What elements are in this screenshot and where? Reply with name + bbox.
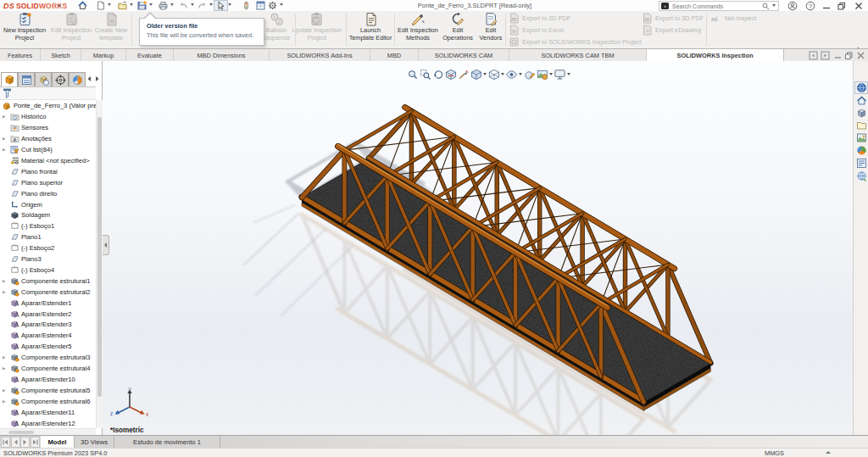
expand-arrow-icon[interactable]: ▶ — [3, 114, 7, 119]
search-caret[interactable] — [771, 4, 776, 8]
panel-tab-dimxpertmanager[interactable] — [52, 72, 69, 87]
minimize-button[interactable] — [821, 1, 832, 10]
hud-view-settings-button[interactable] — [554, 68, 566, 80]
tree-item[interactable]: ▶Componente estrutural6 — [0, 396, 96, 407]
tree-item[interactable]: Ponte_de_Ferro_3 (Valor pre — [0, 101, 96, 112]
ribbon-tab-solidworks-inspection[interactable]: SOLIDWORKS Inspection — [647, 49, 784, 62]
bottom-tab-model[interactable]: Model — [41, 436, 75, 449]
hud-edit-appearance-button[interactable] — [524, 68, 536, 80]
ribbon-tab-mbd-dimensions[interactable]: MBD Dimensions — [174, 49, 270, 62]
ribbon-tab-mbd[interactable]: MBD — [370, 49, 419, 62]
search-input[interactable] — [669, 3, 762, 9]
expand-arrow-icon[interactable]: ▶ — [3, 137, 7, 141]
dropdown-caret-icon[interactable] — [107, 3, 112, 8]
tree-item[interactable]: Soldagem — [0, 210, 96, 221]
ribbon-tab-features[interactable]: Features — [0, 49, 41, 62]
hud-hide-show-items-button[interactable] — [506, 68, 518, 80]
hud-previous-view-button[interactable] — [432, 68, 444, 80]
open-button[interactable] — [118, 1, 127, 10]
wrestore-document-button[interactable] — [844, 51, 854, 60]
user-account-button[interactable] — [787, 1, 798, 10]
tree-item[interactable]: ▶AAnotações — [0, 133, 96, 144]
tree-item[interactable]: ▶Componente estrutural4 — [0, 363, 96, 374]
tree-item[interactable]: Aparar/Estender2 — [0, 309, 96, 320]
ribbon-button-pdf3d[interactable]: 3DExport to 3D PDF — [642, 13, 704, 24]
select-cursor-button[interactable] — [216, 1, 225, 10]
tree-item[interactable]: ▶Componente estrutural1 — [0, 276, 96, 287]
ribbon-button-update-inspection[interactable]: Update InspectionProject — [287, 12, 346, 47]
search-commands-box[interactable]: › — [659, 1, 779, 11]
sheet-nav-first-button[interactable] — [1, 437, 10, 448]
hud-zoom-to-fit-button[interactable] — [407, 68, 419, 80]
tree-item[interactable]: Plano direito — [0, 188, 96, 199]
rebuild-button[interactable] — [242, 1, 251, 10]
expand-arrow-icon[interactable]: ▶ — [3, 399, 7, 404]
bridge-3d-model[interactable] — [103, 62, 853, 435]
dropdown-caret-icon[interactable] — [279, 3, 284, 8]
tree-item[interactable]: Plano3 — [0, 254, 96, 265]
ribbon-tab-sketch[interactable]: Sketch — [41, 49, 81, 62]
hud-view-orientation-button[interactable] — [470, 68, 482, 80]
hud-apply-scene-button[interactable] — [537, 68, 548, 80]
tree-filter-bar[interactable] — [0, 87, 96, 100]
tree-item[interactable]: Aparar/Estender5 — [0, 341, 96, 352]
ribbon-button-new-inspection[interactable]: New InspectionProject — [0, 12, 49, 47]
wclose-document-button[interactable] — [856, 51, 865, 60]
dropdown-caret-icon[interactable] — [129, 3, 134, 8]
expand-arrow-icon[interactable]: ▶ — [3, 366, 7, 371]
scrollbar-thumb[interactable] — [97, 117, 102, 397]
search-icon[interactable] — [762, 3, 770, 10]
undo-button[interactable] — [179, 1, 188, 10]
win-next-document-button[interactable] — [821, 51, 830, 60]
filter-funnel-icon[interactable] — [3, 88, 12, 98]
ribbon-button-edrw[interactable]: Export eDrawing — [642, 25, 701, 36]
win-prev-document-button[interactable] — [809, 51, 818, 60]
menu-expand-arrow[interactable]: ▸ — [58, 3, 64, 8]
taskpane-solidworks-resources-tab[interactable] — [854, 81, 868, 94]
save-button[interactable] — [137, 1, 147, 10]
units-caret-icon[interactable] — [825, 451, 832, 456]
taskpane-file-explorer-tab[interactable] — [854, 119, 868, 131]
tree-item[interactable]: Sensores — [0, 122, 96, 133]
dropdown-caret-icon[interactable] — [518, 68, 523, 81]
hud-dynamic-annotation-button[interactable] — [458, 68, 470, 80]
taskpane-custom-properties-tab[interactable] — [854, 157, 868, 170]
dropdown-caret-icon[interactable] — [482, 68, 487, 81]
dropdown-caret-icon[interactable] — [190, 3, 195, 8]
tree-item[interactable]: (-) Esboço4 — [0, 265, 96, 276]
expand-arrow-icon[interactable]: ▶ — [3, 355, 7, 359]
ribbon-button-create-template[interactable]: A Create Newtemplate — [89, 12, 133, 47]
expand-arrow-icon[interactable]: ▶ — [3, 148, 7, 152]
tree-item[interactable]: Aparar/Estender3 — [0, 320, 96, 331]
taskpane-solidworks-forum-tab[interactable] — [854, 170, 868, 182]
bottom-tab-3d-views[interactable]: 3D Views — [75, 436, 114, 449]
redo-button[interactable] — [198, 1, 207, 10]
hud-display-style-button[interactable] — [488, 68, 500, 80]
new-document-button[interactable] — [96, 1, 105, 10]
graphics-viewport[interactable]: Y z x *Isometric — [103, 62, 853, 435]
ribbon-tab-evaluate[interactable]: Evaluate — [126, 49, 174, 62]
taskpane-design-library-tab[interactable] — [854, 107, 868, 120]
restore-button[interactable] — [837, 1, 847, 10]
dropdown-caret-icon[interactable] — [548, 68, 554, 81]
tree-item[interactable]: Aparar/Estender11 — [0, 407, 96, 418]
tree-item[interactable]: Aparar/Estender4 — [0, 330, 96, 341]
expand-arrow-icon[interactable]: ▶ — [3, 388, 7, 393]
tree-item[interactable]: ▶Componente estrutural3 — [0, 352, 96, 363]
tree-item[interactable]: ▶Cut list(84) — [0, 144, 96, 155]
bottom-tab-estudo-de-movimento-1[interactable]: Estudo de movimento 1 — [114, 436, 220, 449]
ribbon-tab-solidworks-cam[interactable]: SOLIDWORKS CAM — [419, 49, 509, 62]
panel-tab-propertymanager[interactable] — [18, 72, 35, 87]
ribbon-button-template-editor[interactable]: LaunchTemplate Editor — [344, 12, 397, 47]
dropdown-caret-icon[interactable] — [227, 3, 232, 8]
task-scheduler-button[interactable] — [256, 1, 265, 10]
home-button[interactable] — [78, 1, 87, 10]
print-button[interactable] — [159, 1, 168, 10]
panel-tab-next-arrow[interactable] — [95, 75, 103, 84]
settings-gear-button[interactable] — [268, 1, 277, 10]
hud-zoom-to-area-button[interactable] — [420, 68, 431, 80]
ribbon-button-pdf2d[interactable]: 2DExport to 2D PDF — [509, 13, 570, 24]
expand-arrow-icon[interactable]: ▶ — [3, 290, 7, 294]
tree-item[interactable]: Plano1 — [0, 231, 96, 242]
tree-item[interactable]: ▶Histórico — [0, 111, 96, 122]
